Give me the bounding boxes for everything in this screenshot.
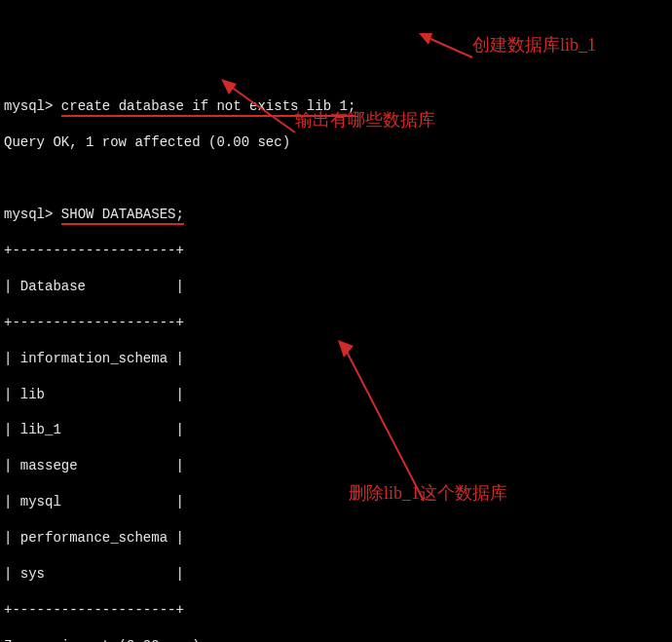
table-header: | Database | [4,278,668,295]
annotation-show-db: 输出有哪些数据库 [295,108,435,132]
svg-line-0 [429,38,472,57]
table-border: +--------------------+ [4,314,668,331]
cmd-show-db-1: SHOW DATABASES; [61,207,184,225]
svg-marker-1 [419,33,432,45]
prompt: mysql> [4,207,53,222]
resp-line-1: Query OK, 1 row affected (0.00 sec) [4,133,668,151]
table-row: | sys | [4,565,668,583]
annotation-drop-db: 删除lib_1这个数据库 [349,481,507,505]
table-footer: 7 rows in set (0.00 sec) [4,637,668,642]
blank [4,170,668,187]
annotation-create-db: 创建数据库lib_1 [472,33,596,57]
cmd-line-2: mysql> SHOW DATABASES; [4,206,668,223]
table-row: | lib | [4,386,668,403]
table-border: +--------------------+ [4,601,668,619]
table-border: +--------------------+ [4,242,668,259]
table-row: | mysql | [4,493,668,510]
table-row: | massege | [4,457,668,474]
table-row: | lib_1 | [4,421,668,438]
table-row: | performance_schema | [4,529,668,547]
table-row: | information_schema | [4,350,668,367]
svg-marker-3 [221,79,237,94]
prompt: mysql> [4,98,53,114]
arrow-icon [419,15,477,44]
